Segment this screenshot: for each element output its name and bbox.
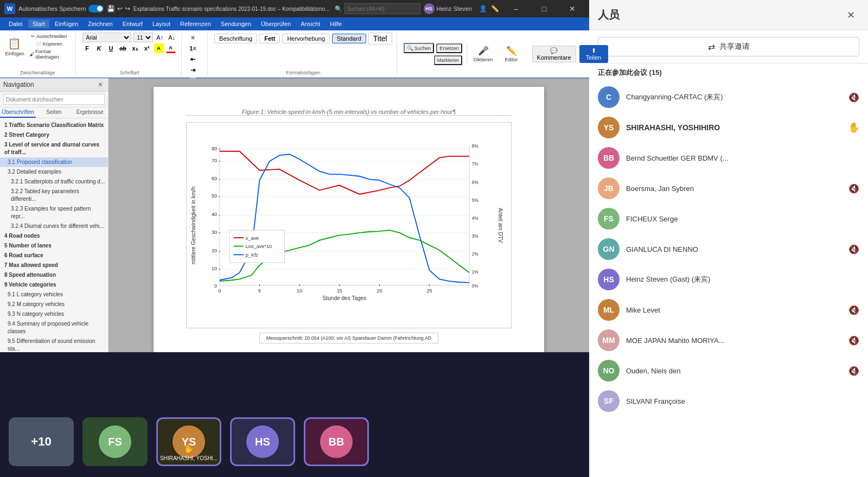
menu-einfugen[interactable]: Einfügen — [50, 20, 82, 28]
nav-item-3[interactable]: 3 Level of service and diurnal curves of… — [0, 140, 108, 157]
font-family-select[interactable]: Arial — [82, 33, 131, 42]
video-thumb-bb[interactable]: BB — [304, 417, 369, 466]
underline-button[interactable]: U — [106, 43, 116, 53]
style-fett[interactable]: Fett — [259, 34, 280, 43]
nav-tab-ergebnisse[interactable]: Ergebnisse — [72, 107, 108, 118]
participant-item[interactable]: NO Ouden, Niels den 🔇 — [589, 355, 868, 386]
nav-item-3-2-1[interactable]: 3.2.1 Scatterplots of traffic counting d… — [0, 177, 108, 187]
menu-entwurf[interactable]: Entwurf — [118, 20, 147, 28]
nav-item-8[interactable]: 8 Speed attenuation — [0, 270, 108, 280]
style-standard[interactable]: Standard — [332, 34, 366, 43]
indent-increase-button[interactable]: ⇥ — [188, 65, 198, 75]
nav-item-9[interactable]: 9 Vehicle categories — [0, 280, 108, 290]
participant-item[interactable]: FS FICHEUX Serge — [589, 203, 868, 234]
menu-layout[interactable]: Layout — [148, 20, 175, 28]
nav-item-6[interactable]: 6 Road surface — [0, 251, 108, 260]
font-grow-button[interactable]: A↑ — [155, 33, 165, 42]
nav-item-3-1[interactable]: 3.1 Proposed classification — [0, 157, 108, 167]
participant-item[interactable]: SF SILVANI Françoise — [589, 386, 868, 416]
select-button[interactable]: Markieren — [434, 55, 462, 65]
nav-item-1[interactable]: 1 Traffic Scenario Classification Matrix — [0, 120, 108, 130]
menu-hilfe[interactable]: Hilfe — [326, 20, 346, 28]
list-number-button[interactable]: 1≡ — [188, 43, 198, 53]
superscript-button[interactable]: x² — [142, 43, 152, 53]
font-size-select[interactable]: 11 — [133, 33, 153, 42]
nav-item-3-2[interactable]: 3.2 Detailed examples — [0, 167, 108, 177]
title-search-input[interactable] — [344, 3, 420, 14]
teilen-button[interactable]: ⬆ Teilen — [579, 45, 608, 63]
teams-panel: 人员 ✕ ⇄ 共享邀请 正在参加此会议 (15) C Changyanning-… — [589, 0, 868, 477]
participant-item[interactable]: JB Boersma, Jan Sybren 🔇 — [589, 173, 868, 203]
nav-item-5[interactable]: 5 Number of lanes — [0, 241, 108, 251]
style-titel[interactable]: Titel — [368, 33, 392, 44]
menu-sendungen[interactable]: Sendungen — [216, 20, 256, 28]
nav-item-9-1[interactable]: 9.1 L category vehicles — [0, 290, 108, 300]
redo-icon[interactable]: ↪ — [125, 5, 130, 12]
undo-icon[interactable]: ↩ — [117, 5, 123, 12]
menu-datei[interactable]: Datei — [4, 20, 27, 28]
video-thumb-ys[interactable]: YS ✋ SHIRAHASHI, YOSHI... — [156, 417, 221, 466]
maximize-button[interactable]: □ — [532, 0, 557, 17]
nav-item-3-2-2[interactable]: 3.2.2 Tabled key parameters differenti..… — [0, 187, 108, 204]
nav-tab-seiten[interactable]: Seiten — [36, 107, 72, 118]
kommentare-button[interactable]: 💬 Kommentare — [532, 46, 576, 62]
nav-item-9-5[interactable]: 9.5 Differentiation of sound emission st… — [0, 336, 108, 354]
nav-item-9-4[interactable]: 9.4 Summary of proposed vehicle classes — [0, 319, 108, 336]
nav-item-7[interactable]: 7 Max allowed speed — [0, 260, 108, 270]
nav-item-2[interactable]: 2 Street Category — [0, 130, 108, 140]
menu-start[interactable]: Start — [28, 20, 49, 28]
share-icon[interactable]: 👤 — [477, 3, 488, 14]
search-replace-button[interactable]: 🔍Suchen — [404, 43, 435, 53]
minimize-button[interactable]: – — [503, 0, 528, 17]
cut-button[interactable]: ✂Ausschneiden — [27, 33, 71, 40]
nav-item-4[interactable]: 4 Road nodes — [0, 231, 108, 241]
participant-item[interactable]: HS Heinz Steven (Gast) (来宾) — [589, 264, 868, 295]
copy-button[interactable]: 📄Kopieren — [27, 41, 71, 47]
save-icon[interactable]: 💾 — [107, 5, 115, 12]
video-thumb-hs[interactable]: HS — [230, 417, 295, 466]
edit-icon[interactable]: ✏️ — [489, 3, 500, 14]
editor-button[interactable]: ✏️ Editor — [500, 40, 524, 68]
indent-decrease-button[interactable]: ⇤ — [188, 54, 198, 64]
replace-button[interactable]: Ersetzen — [436, 43, 462, 53]
ribbon-clipboard-group: 📋 Einfügen ✂Ausschneiden 📄Kopieren 🖌Form… — [4, 33, 76, 75]
autosave-label[interactable]: Automatisches Speichern — [18, 5, 104, 12]
svg-text:50: 50 — [212, 193, 217, 199]
participant-item[interactable]: MM MOE JAPAN Mahito MORIYA... 🔇 — [589, 325, 868, 355]
paste-button[interactable]: 📋 Einfügen — [4, 33, 25, 61]
subscript-button[interactable]: x₁ — [130, 43, 140, 53]
participant-item[interactable]: BB Bernd Schuettler GER BDMV (... — [589, 143, 868, 173]
autosave-toggle[interactable] — [88, 5, 104, 12]
video-thumb-fs[interactable]: FS — [82, 417, 148, 466]
video-thumb-plus[interactable]: +10 — [9, 417, 74, 466]
close-button[interactable]: ✕ — [560, 0, 585, 17]
style-beschriftung[interactable]: Beschriftung — [214, 34, 257, 43]
nav-search-input[interactable] — [3, 94, 105, 105]
nav-item-3-2-4[interactable]: 3.2.4 Diurnal curves for different vehi.… — [0, 221, 108, 231]
style-hervorhebung[interactable]: Hervorhebung — [282, 34, 330, 43]
format-painter-button[interactable]: 🖌Format übertragen — [27, 48, 71, 60]
menu-uberprufen[interactable]: Überprüfen — [257, 20, 295, 28]
participant-item[interactable]: GN GIANLUCA DI NENNO 🔇 — [589, 234, 868, 264]
italic-button[interactable]: K — [94, 43, 104, 53]
nav-item-9-3[interactable]: 9.3 N category vehicles — [0, 309, 108, 319]
invite-button[interactable]: ⇄ 共享邀请 — [598, 37, 859, 56]
bold-button[interactable]: F — [82, 43, 92, 53]
strikethrough-button[interactable]: ab — [118, 43, 128, 53]
nav-tab-uberschriften[interactable]: Überschriften — [0, 107, 36, 118]
list-bullet-button[interactable]: ≡ — [188, 33, 198, 42]
participant-item[interactable]: ML Mike Levet 🔇 — [589, 295, 868, 325]
dictation-button[interactable]: 🎤 Diktieren — [471, 40, 495, 68]
nav-close-button[interactable]: ✕ — [96, 80, 105, 89]
teams-close-button[interactable]: ✕ — [842, 7, 859, 24]
menu-zeichnen[interactable]: Zeichnen — [84, 20, 117, 28]
menu-referenzen[interactable]: Referenzen — [176, 20, 215, 28]
participant-item[interactable]: YS SHIRAHASHI, YOSHIHIRO ✋ — [589, 112, 868, 143]
nav-item-3-2-3[interactable]: 3.2.3 Examples for speed pattern repr... — [0, 204, 108, 221]
nav-item-9-2[interactable]: 9.2 M category vehicles — [0, 300, 108, 309]
font-shrink-button[interactable]: A↓ — [167, 33, 177, 42]
font-color-button[interactable]: A — [166, 43, 176, 53]
highlight-button[interactable]: A — [154, 43, 164, 53]
menu-ansicht[interactable]: Ansicht — [296, 20, 324, 28]
participant-item[interactable]: C Changyanning-CARTAC (来宾) 🔇 — [589, 82, 868, 112]
